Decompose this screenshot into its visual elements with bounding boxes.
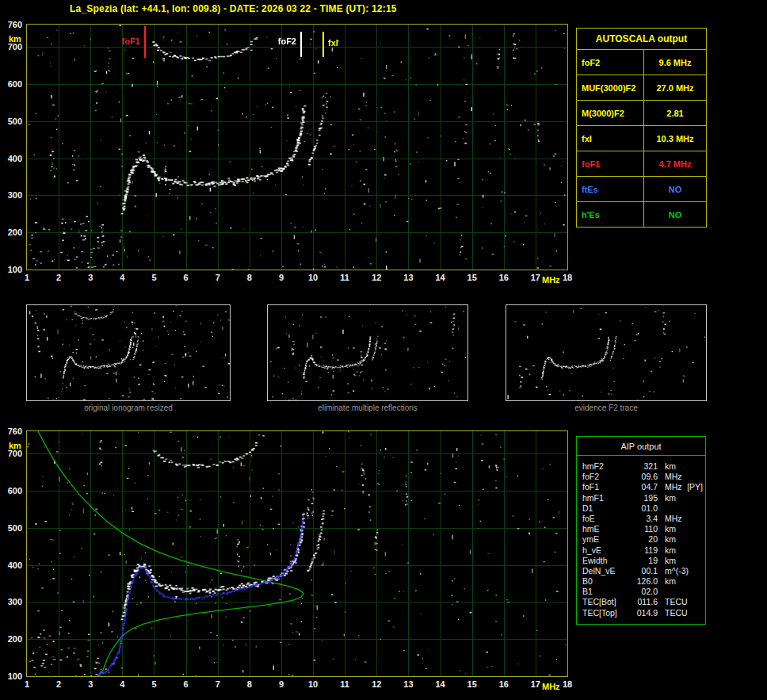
x-tick-label: 18 [560,679,574,689]
aip-row-value: 09.6 [623,472,658,482]
autoscala-row-value: 4.7 MHz [643,151,706,176]
x-tick-label: 16 [497,273,511,282]
autoscala-row-value: NO [643,202,706,227]
thumbnail-caption-original: original ionogram resized [26,404,231,412]
aip-row-label: foE [577,514,623,524]
aip-row: TEC[Top]014.9TECU [577,608,705,618]
x-tick-label: 2 [52,273,66,282]
autoscala-row-label: M(3000)F2 [577,101,643,125]
aip-row-unit [658,587,665,597]
marker-line-foF2 [300,32,302,57]
autoscala-row: foF14.7 MHz [577,151,706,176]
aip-row-label: TEC[Top] [577,608,623,618]
autoscala-row-value: 2.81 [643,101,706,125]
thumbnail-f2-trace [506,304,707,401]
y-tick-label: 760 [8,20,22,29]
aip-row-label: TEC[Bot] [577,597,623,607]
autoscala-row: MUF(3000)F227.0 MHz [577,75,706,100]
x-tick-label: 5 [147,273,161,282]
x-tick-label: 4 [115,273,129,282]
aip-row-unit: MHz [658,482,682,492]
x-tick-label: 3 [83,273,97,282]
autoscala-row-value: NO [643,177,706,201]
y-axis-unit-bottom: km [9,441,21,450]
x-tick-label: 4 [115,679,129,689]
ionogram-panel-bottom [26,430,568,677]
y-tick-label: 600 [8,486,22,495]
x-tick-label: 5 [147,679,161,689]
y-tick-label: 400 [8,154,22,163]
page-title: La_Spezia (lat: +44.1, lon: 009.8) - DAT… [70,3,397,14]
ionogram-canvas-bottom [27,431,567,676]
ionogram-canvas-top [27,25,567,270]
aip-row-label: ymE [577,534,623,545]
aip-row-value: 321 [623,461,658,472]
y-tick-label: 300 [8,597,22,606]
x-tick-label: 3 [83,679,97,689]
marker-line-foF1 [144,26,146,58]
aip-row-value: 014.9 [623,608,658,618]
x-axis-unit-bottom: MHz [542,682,560,691]
x-tick-label: 6 [179,273,193,282]
x-axis-labels-top: 123456789101112131415161718 [26,273,574,284]
autoscala-row-label: h'Es [577,202,643,227]
aip-row-note: [PY] [687,482,703,492]
aip-row-label: B0 [577,576,623,587]
y-tick-label: 600 [8,79,22,89]
aip-row-value: 00.1 [623,566,658,576]
autoscala-row: ftEsNO [577,176,706,201]
autoscala-row-label: ftEs [577,177,643,201]
thumbnail-eliminate-reflections [267,304,468,401]
y-tick-label: 300 [8,190,22,200]
marker-label-foF2: foF2 [268,36,296,46]
aip-row-label: B1 [577,587,623,597]
x-tick-label: 10 [306,273,320,282]
x-tick-label: 15 [465,679,479,689]
x-tick-label: 14 [433,679,448,689]
autoscala-row-label: foF1 [577,151,643,176]
aip-row: D101.0 [577,503,705,514]
aip-row-value: 19 [623,556,658,566]
x-tick-label: 1 [20,273,34,282]
x-tick-label: 13 [401,273,415,282]
autoscala-row-value: 27.0 MHz [643,75,706,100]
x-tick-label: 2 [52,679,66,689]
aip-row: TEC[Bot]011.6TECU [577,597,705,607]
y-tick-label: 200 [8,228,22,237]
aip-row: hmF2321km [577,461,705,472]
autoscala-row-label: MUF(3000)F2 [577,75,643,100]
y-axis-unit-top: km [9,34,21,44]
x-tick-label: 13 [401,679,415,689]
aip-row-unit: m^(-3) [658,566,689,576]
y-axis-labels-bottom: 760700600500400300200100 [0,430,25,677]
autoscala-row-value: 9.6 MHz [643,50,706,75]
x-tick-label: 10 [306,679,320,689]
aip-row: DelN_vE00.1m^(-3) [577,566,705,576]
aip-row-unit: MHz [658,514,682,524]
aip-row-unit: TECU [658,608,688,618]
aip-row-label: D1 [577,503,623,514]
aip-row-label: DelN_vE [577,566,623,576]
aip-row: Ewidth19km [577,556,705,566]
autoscala-row: foF29.6 MHz [577,49,706,75]
aip-row-value: 126.0 [623,576,658,587]
x-tick-label: 17 [529,679,543,689]
aip-row-value: 011.6 [623,597,658,607]
autoscala-window: La_Spezia (lat: +44.1, lon: 009.8) - DAT… [0,0,767,700]
aip-table-rows: hmF2321kmfoF209.6MHzfoF104.7MHz[PY]hmF11… [577,456,705,618]
aip-row-label: hmF1 [577,493,623,503]
y-tick-label: 500 [8,117,22,126]
x-tick-label: 12 [369,679,384,689]
ionogram-panel-top: foF1foF2fxI [26,24,568,270]
x-tick-label: 9 [274,273,288,282]
x-tick-label: 11 [338,273,352,282]
aip-row: B0126.0km [577,576,705,587]
x-tick-label: 12 [369,273,384,282]
aip-row-label: Ewidth [577,556,623,566]
autoscala-row-label: foF2 [577,50,643,75]
aip-row-value: 04.7 [623,482,658,492]
y-tick-label: 760 [8,427,22,436]
x-tick-label: 8 [242,273,257,282]
x-tick-label: 14 [433,273,448,282]
aip-row-unit: km [658,461,676,472]
